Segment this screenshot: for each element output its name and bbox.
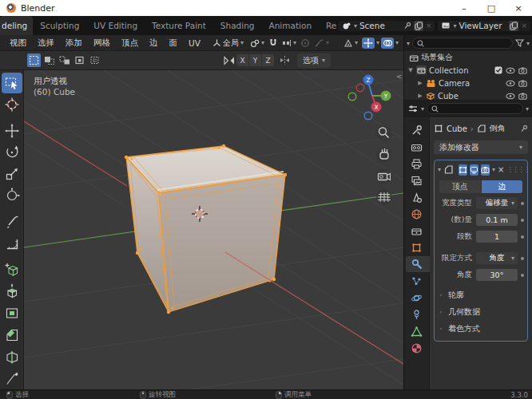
eye-icon[interactable] <box>506 80 515 87</box>
panel-expand-icon[interactable]: ▾ <box>438 166 441 173</box>
proportional-falloff-dropdown[interactable]: ▾ <box>312 38 332 49</box>
outliner-row-collection[interactable]: ▼ Collection <box>404 64 532 77</box>
menu-uv[interactable]: UV <box>184 38 205 48</box>
tool-transform[interactable] <box>2 185 22 206</box>
select-mode-extend[interactable] <box>42 53 56 67</box>
tab-particles[interactable] <box>406 273 428 289</box>
filter-icon[interactable] <box>515 39 524 47</box>
pivot-point-dropdown[interactable]: ▾ <box>248 38 267 49</box>
properties-editor-icon[interactable] <box>407 104 419 113</box>
gizmo-dropdown-icon[interactable]: ▾ <box>376 39 379 46</box>
tab-uv-editing[interactable]: UV Editing <box>86 16 145 35</box>
tab-collection[interactable] <box>406 223 428 239</box>
tab-modifiers[interactable] <box>406 256 430 272</box>
tool-extrude[interactable] <box>2 282 22 302</box>
menu-vertex[interactable]: 顶点 <box>117 38 143 49</box>
snap-symmetry-icon[interactable] <box>279 55 291 65</box>
menu-edge[interactable]: 边 <box>145 38 163 49</box>
tab-material[interactable] <box>406 340 428 356</box>
properties-search-input[interactable] <box>427 103 523 114</box>
new-view-layer-icon[interactable] <box>509 21 518 31</box>
editor-type-dropdown-icon[interactable]: ▾ <box>421 105 424 113</box>
tool-knife[interactable] <box>2 368 22 389</box>
show-overlays-toggle[interactable] <box>381 38 394 49</box>
tab-texture-paint[interactable]: Texture Paint <box>145 16 213 35</box>
cube-mesh[interactable] <box>125 144 287 314</box>
keyframe-dot-icon[interactable] <box>521 202 524 205</box>
tab-constraints[interactable] <box>406 306 428 322</box>
mirror-z-toggle[interactable]: Z <box>262 54 274 66</box>
tab-output[interactable] <box>406 156 428 172</box>
snap-magnet-icon[interactable] <box>268 38 278 48</box>
camera-view-icon[interactable] <box>376 168 392 184</box>
maximize-button[interactable]: □ <box>478 0 505 16</box>
angle-field[interactable]: 30° <box>476 269 518 281</box>
tool-bevel[interactable] <box>2 325 22 346</box>
delete-modifier-icon[interactable]: × <box>498 165 504 174</box>
tool-measure[interactable] <box>2 233 22 254</box>
tab-scene[interactable] <box>406 189 428 205</box>
show-gizmo-toggle[interactable] <box>362 38 375 49</box>
filter-dropdown-icon[interactable]: ▾ <box>526 40 530 47</box>
select-mode-new[interactable] <box>27 53 41 67</box>
pan-hand-icon[interactable] <box>376 147 392 163</box>
snap-settings-dropdown[interactable]: ▾ <box>280 38 299 48</box>
limit-method-dropdown[interactable]: 角度 ▾ <box>476 252 518 264</box>
tool-cursor[interactable] <box>2 94 22 115</box>
pin-icon[interactable] <box>403 22 411 30</box>
render-camera-icon[interactable] <box>518 67 527 74</box>
unlink-scene-icon[interactable]: × <box>426 22 432 30</box>
amount-field[interactable]: 0.1 m <box>476 214 518 226</box>
tab-shading[interactable]: Shading <box>213 16 262 35</box>
tool-add-cube[interactable] <box>2 259 22 280</box>
keyframe-dot-icon[interactable] <box>521 219 524 222</box>
close-button[interactable]: × <box>505 0 532 16</box>
menu-view[interactable]: 视图 <box>5 38 31 49</box>
tool-rotate[interactable] <box>2 142 22 163</box>
eye-icon[interactable] <box>506 93 515 100</box>
section-profile[interactable]: › 轮廓 <box>438 288 524 302</box>
keyframe-dot-icon[interactable] <box>521 235 524 239</box>
orthographic-grid-icon[interactable] <box>376 189 392 205</box>
drag-handle-icon[interactable]: ⋮⋮⋮⋮ <box>506 166 529 173</box>
affect-vertices-button[interactable]: 顶点 <box>439 180 481 193</box>
breadcrumb-object[interactable]: Cube <box>447 124 467 133</box>
eye-icon[interactable] <box>506 67 515 74</box>
overlays-dropdown-icon[interactable]: ▾ <box>395 39 399 46</box>
tab-object-data[interactable] <box>406 323 428 339</box>
proportional-editing-icon[interactable] <box>300 38 310 48</box>
show-in-editmode-toggle[interactable] <box>459 164 467 176</box>
zoom-icon[interactable] <box>376 125 392 141</box>
tool-annotate[interactable] <box>2 211 22 232</box>
mirror-y-toggle[interactable]: Y <box>249 54 261 66</box>
expand-arrow-icon[interactable]: ▶ <box>417 80 423 86</box>
outliner-row-camera[interactable]: ▶ Camera <box>404 77 532 89</box>
select-mode-subtract[interactable] <box>58 53 71 67</box>
tab-object[interactable] <box>406 239 428 255</box>
outliner-row-scene-collection[interactable]: 场景集合 <box>404 51 532 64</box>
tab-rendering[interactable]: Rend <box>319 16 337 35</box>
outliner-row-cube[interactable]: ▶ Cube <box>404 89 532 100</box>
select-mode-invert[interactable] <box>73 53 86 67</box>
outliner-search-input[interactable] <box>412 38 513 49</box>
menu-select[interactable]: 选择 <box>33 38 59 49</box>
tab-render[interactable] <box>406 139 428 155</box>
section-geometry[interactable]: › 几何数据 <box>438 305 524 319</box>
transform-orientation-dropdown[interactable]: 全局 ▾ <box>210 37 246 49</box>
breadcrumb-modifier[interactable]: 倒角 <box>490 123 506 134</box>
collapse-arrow-icon[interactable]: ▼ <box>407 67 414 73</box>
editor-type-dropdown-icon[interactable]: ▾ <box>407 40 410 47</box>
options-dropdown[interactable]: 选项 ▾ <box>297 53 331 68</box>
width-type-dropdown[interactable]: 偏移量 ▾ <box>476 197 518 209</box>
visibility-dropdown[interactable]: ▾ <box>341 38 360 49</box>
tab-physics[interactable] <box>406 290 428 306</box>
tab-animation[interactable]: Animation <box>262 16 320 35</box>
checkbox-icon[interactable] <box>494 66 502 74</box>
menu-mesh[interactable]: 网格 <box>89 38 115 49</box>
menu-face[interactable]: 面 <box>165 38 183 49</box>
show-render-toggle[interactable] <box>481 164 490 176</box>
keyframe-dot-icon[interactable] <box>521 274 524 277</box>
tab-tool[interactable] <box>406 122 428 138</box>
tool-select-box[interactable] <box>2 73 22 93</box>
tool-inset-faces[interactable] <box>2 303 22 324</box>
